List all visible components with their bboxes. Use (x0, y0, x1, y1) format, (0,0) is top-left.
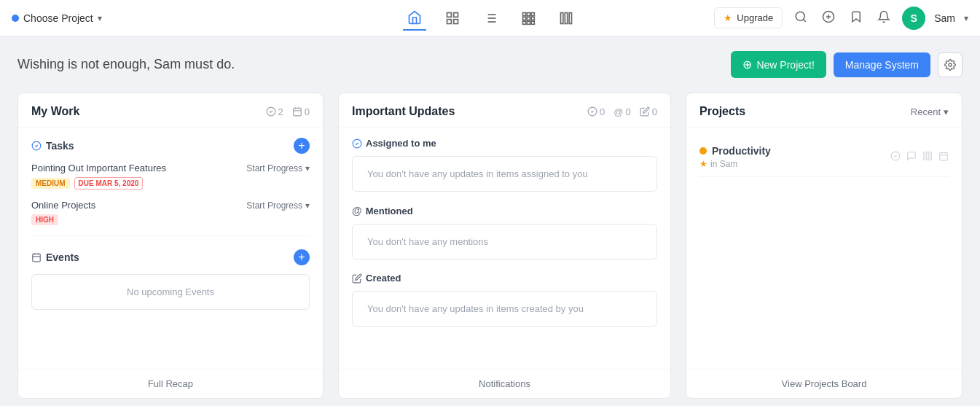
bookmark-button[interactable] (847, 7, 866, 29)
user-avatar[interactable]: S (902, 7, 925, 30)
project-dot-indicator (699, 147, 707, 155)
user-initial: S (911, 12, 917, 24)
add-button[interactable] (819, 7, 838, 29)
task-item-1: Pointing Out Important Features Start Pr… (31, 163, 310, 190)
check-icon (31, 141, 42, 151)
svg-rect-21 (569, 12, 571, 23)
recent-dropdown-button[interactable]: Recent ▾ (911, 106, 949, 117)
created-title: Created (352, 273, 657, 284)
check-circle-icon (266, 106, 276, 117)
greeting-text: Wishing is not enough, Sam must do. (17, 57, 235, 72)
calendar-events-icon (31, 252, 42, 262)
task2-action-button[interactable]: Start Progress ▾ (246, 200, 310, 211)
manage-system-button[interactable]: Manage System (834, 52, 930, 77)
header-actions: ⊕ New Project! Manage System (731, 51, 963, 78)
search-button[interactable] (791, 7, 810, 29)
board-nav-button[interactable] (441, 7, 464, 30)
created-section: Created You don't have any updates in it… (352, 273, 657, 327)
no-events-box: No upcoming Events (31, 274, 310, 310)
task1-action-button[interactable]: Start Progress ▾ (246, 163, 310, 173)
task1-badges: MEDIUM DUE MAR 5, 2020 (31, 177, 310, 190)
events-section: Events + No upcoming Events (31, 249, 310, 310)
task2-top: Online Projects Start Progress ▾ (31, 200, 310, 211)
project1-calendar-button[interactable] (938, 151, 949, 163)
assigned-title: Assigned to me (352, 138, 657, 149)
board-icon (445, 11, 460, 26)
project1-comment-button[interactable] (906, 151, 917, 163)
updates-check-count: 0 (587, 106, 605, 117)
chevron-down-icon: ▾ (305, 163, 310, 173)
project1-check-button[interactable] (890, 151, 901, 163)
created-empty-box: You don't have any updates in items crea… (352, 291, 657, 327)
new-project-label: New Project! (756, 59, 814, 71)
task-item-2: Online Projects Start Progress ▾ HIGH (31, 200, 310, 225)
full-recap-label: Full Recap (148, 378, 193, 389)
important-updates-card: Important Updates 0 @ 0 0 (338, 93, 671, 399)
project-dot (12, 15, 19, 22)
svg-rect-1 (453, 12, 458, 17)
svg-rect-42 (928, 152, 931, 155)
project1-actions (890, 151, 949, 163)
projects-body: Productivity ★ in Sam (686, 128, 962, 369)
svg-rect-29 (294, 108, 302, 116)
svg-point-22 (796, 12, 804, 20)
bookmark-icon (850, 10, 863, 23)
list-nav-button[interactable] (479, 7, 502, 30)
my-work-body: Tasks + Pointing Out Important Features … (18, 128, 323, 369)
star-icon: ★ (699, 159, 707, 169)
projects-footer[interactable]: View Projects Board (686, 369, 962, 398)
columns-nav-button[interactable] (554, 7, 578, 30)
updates-footer[interactable]: Notifications (339, 369, 670, 398)
svg-rect-0 (447, 12, 451, 17)
events-section-title: Events (31, 251, 79, 263)
tasks-section-header: Tasks + (31, 138, 310, 154)
add-task-button[interactable]: + (294, 138, 310, 154)
settings-button[interactable] (938, 52, 963, 77)
upgrade-button[interactable]: ★ Upgrade (714, 7, 783, 28)
my-work-footer[interactable]: Full Recap (18, 369, 323, 398)
updates-mention-count: @ 0 (614, 106, 630, 117)
grid-icon (521, 11, 536, 26)
add-event-button[interactable]: + (294, 249, 310, 265)
my-work-card: My Work 2 0 Tasks + (17, 93, 324, 399)
chevron-down-icon: ▾ (944, 106, 949, 117)
svg-rect-11 (527, 12, 530, 15)
edit-icon (640, 106, 650, 117)
recent-label: Recent (911, 106, 941, 117)
new-project-button[interactable]: ⊕ New Project! (731, 51, 826, 78)
tasks-section-title: Tasks (31, 140, 74, 152)
check-icon (587, 106, 597, 117)
top-navigation: Choose Project ▾ (0, 0, 980, 36)
assigned-section: Assigned to me You don't have any update… (352, 138, 657, 192)
svg-rect-2 (447, 19, 451, 23)
assigned-empty-text: You don't have any updates in items assi… (367, 168, 588, 179)
project1-meta: ★ in Sam (699, 159, 771, 169)
view-projects-label: View Projects Board (782, 378, 867, 389)
svg-rect-3 (453, 19, 458, 23)
assigned-empty-box: You don't have any updates in items assi… (352, 156, 657, 192)
project1-grid-button[interactable] (922, 151, 933, 163)
nav-center-icons (403, 6, 578, 31)
task1-name: Pointing Out Important Features (31, 163, 166, 173)
plus-icon (822, 10, 835, 23)
mentioned-section: @ Mentioned You don't have any mentions (352, 205, 657, 259)
svg-rect-10 (522, 12, 525, 15)
user-name-label: Sam (934, 12, 955, 24)
star-icon: ★ (724, 12, 732, 23)
columns-icon (559, 11, 573, 26)
settings-icon (944, 59, 956, 71)
task1-due-badge: DUE MAR 5, 2020 (74, 177, 144, 190)
svg-rect-16 (522, 21, 525, 24)
my-work-meta: 2 0 (266, 106, 310, 117)
search-icon (794, 10, 807, 23)
project-selector[interactable]: Choose Project ▾ (12, 12, 102, 24)
notifications-label: Notifications (479, 378, 530, 389)
grid-nav-button[interactable] (517, 7, 540, 30)
notifications-button[interactable] (874, 7, 893, 29)
user-menu-chevron[interactable]: ▾ (964, 13, 968, 23)
svg-rect-43 (924, 157, 927, 160)
home-nav-button[interactable] (403, 6, 426, 31)
svg-rect-44 (928, 157, 931, 160)
home-icon (407, 10, 422, 25)
updates-meta: 0 @ 0 0 (587, 106, 657, 117)
